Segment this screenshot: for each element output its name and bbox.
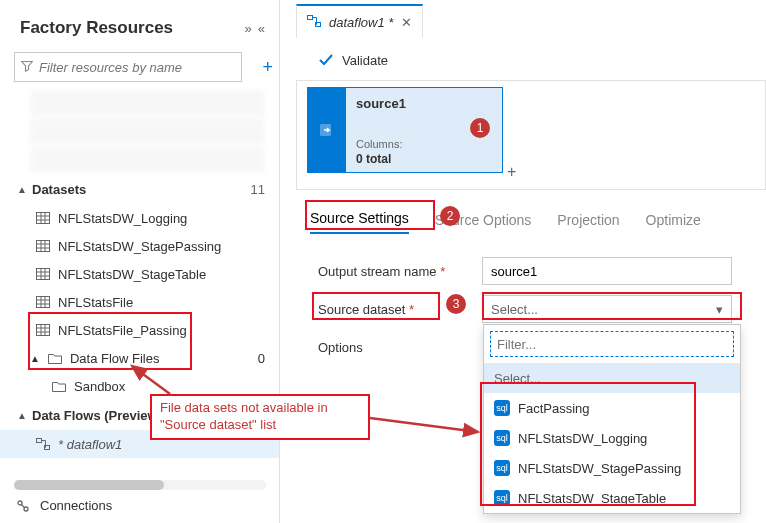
- close-icon[interactable]: ✕: [401, 15, 412, 30]
- row-output-stream: Output stream name *: [318, 252, 758, 290]
- sidebar-title: Factory Resources: [20, 18, 173, 38]
- svg-rect-25: [37, 439, 42, 443]
- blurred-item: [30, 118, 265, 144]
- svg-point-28: [24, 507, 28, 511]
- annotation-badge-2: 2: [440, 206, 460, 226]
- tab-dataflow1[interactable]: dataflow1 * ✕: [296, 4, 423, 38]
- row-source-dataset: Source dataset * Select... ▾: [318, 290, 758, 328]
- item-label: NFLStatsFile: [58, 295, 133, 310]
- group-count: 0: [258, 351, 265, 366]
- dataset-item-statsfile[interactable]: NFLStatsFile: [0, 288, 279, 316]
- group-count: 11: [251, 182, 265, 197]
- dropdown-item-label: NFLStatsDW_StagePassing: [518, 461, 681, 476]
- source-node[interactable]: source1 Columns: 0 total 1: [307, 87, 503, 173]
- dataset-item-stagepassing[interactable]: NFLStatsDW_StagePassing: [0, 232, 279, 260]
- group-label: Sandbox: [74, 379, 125, 394]
- group-label: Datasets: [32, 182, 86, 197]
- svg-point-27: [18, 501, 22, 505]
- dropdown-item-select[interactable]: Select...: [484, 363, 740, 393]
- callout-text: File data sets not available in "Source …: [160, 400, 328, 432]
- connections-icon: [16, 499, 30, 513]
- node-title: source1: [356, 96, 492, 111]
- caret-down-icon: ▲: [16, 410, 28, 421]
- table-icon: [36, 324, 50, 336]
- dropdown-item-stagetable[interactable]: sql NFLStatsDW_StageTable: [484, 483, 740, 513]
- table-icon: [36, 212, 50, 224]
- scrollbar-thumb[interactable]: [14, 480, 164, 490]
- dataflow-canvas[interactable]: source1 Columns: 0 total 1 +: [296, 80, 766, 190]
- svg-line-33: [370, 418, 478, 432]
- table-icon: [36, 296, 50, 308]
- sidebar-search[interactable]: [14, 52, 242, 82]
- add-resource-button[interactable]: +: [256, 55, 279, 80]
- checkmark-icon: [318, 52, 334, 68]
- dropdown-filter[interactable]: [490, 331, 734, 357]
- chevrons-right-icon: »: [245, 21, 252, 36]
- item-label: NFLStatsDW_StageTable: [58, 267, 206, 282]
- table-icon: [36, 268, 50, 280]
- connections-label: Connections: [40, 498, 112, 513]
- folder-icon: [48, 352, 62, 364]
- svg-rect-5: [37, 241, 50, 252]
- editor-tabs: dataflow1 * ✕: [296, 4, 423, 38]
- add-transformation-button[interactable]: +: [507, 163, 516, 181]
- chevron-down-icon: ▾: [716, 302, 723, 317]
- svg-rect-10: [37, 269, 50, 280]
- source-icon: [318, 121, 336, 139]
- node-columns-value: 0 total: [356, 152, 391, 166]
- item-label: * dataflow1: [58, 437, 122, 452]
- source-dataset-select[interactable]: Select... ▾: [482, 295, 732, 323]
- dropdown-item-label: NFLStatsDW_Logging: [518, 431, 647, 446]
- dropdown-item-factpassing[interactable]: sql FactPassing: [484, 393, 740, 423]
- validate-label: Validate: [342, 53, 388, 68]
- item-label: NFLStatsDW_StagePassing: [58, 239, 221, 254]
- validate-button[interactable]: Validate: [318, 52, 388, 68]
- annotation-badge-1: 1: [470, 118, 490, 138]
- tab-optimize[interactable]: Optimize: [646, 212, 701, 234]
- dataset-item-logging[interactable]: NFLStatsDW_Logging: [0, 204, 279, 232]
- tab-label: dataflow1 *: [329, 15, 393, 30]
- sql-icon: sql: [494, 430, 510, 446]
- dataset-item-stagetable[interactable]: NFLStatsDW_StageTable: [0, 260, 279, 288]
- blurred-item: [30, 146, 265, 172]
- svg-rect-20: [37, 325, 50, 336]
- dropdown-item-stagepassing[interactable]: sql NFLStatsDW_StagePassing: [484, 453, 740, 483]
- annotation-callout: File data sets not available in "Source …: [150, 394, 370, 440]
- dropdown-item-logging[interactable]: sql NFLStatsDW_Logging: [484, 423, 740, 453]
- svg-rect-15: [37, 297, 50, 308]
- dropdown-item-label: Select...: [494, 371, 541, 386]
- sidebar-search-input[interactable]: [39, 60, 235, 75]
- connections-button[interactable]: Connections: [16, 498, 112, 513]
- svg-rect-29: [308, 15, 313, 19]
- group-label: Data Flows (Preview): [32, 408, 162, 423]
- tab-source-settings[interactable]: Source Settings: [310, 210, 409, 234]
- dataflow-icon: [307, 15, 321, 30]
- folder-icon: [52, 380, 66, 392]
- table-icon: [36, 240, 50, 252]
- group-datasets[interactable]: ▲ Datasets 11: [0, 174, 279, 204]
- item-label: NFLStatsDW_Logging: [58, 211, 187, 226]
- output-stream-input[interactable]: [482, 257, 732, 285]
- sql-icon: sql: [494, 490, 510, 506]
- dataset-item-statsfile-passing[interactable]: NFLStatsFile_Passing: [0, 316, 279, 344]
- group-dataflowfiles[interactable]: ▲ Data Flow Files 0: [0, 344, 279, 372]
- annotation-arrow-right: [366, 410, 486, 440]
- sidebar-collapse-toggle[interactable]: » «: [245, 21, 265, 36]
- settings-tabs: Source Settings Source Options Projectio…: [310, 204, 701, 234]
- node-columns-label: Columns:: [356, 138, 402, 150]
- filter-icon: [21, 60, 33, 75]
- dropdown-filter-input[interactable]: [497, 332, 727, 356]
- dropdown-item-label: FactPassing: [518, 401, 590, 416]
- sidebar-hscrollbar[interactable]: [14, 480, 266, 490]
- options-label: Options: [318, 340, 468, 355]
- output-stream-label: Output stream name *: [318, 264, 468, 279]
- caret-down-icon: ▲: [30, 353, 40, 364]
- select-placeholder: Select...: [491, 302, 538, 317]
- tab-projection[interactable]: Projection: [557, 212, 619, 234]
- annotation-badge-3: 3: [446, 294, 466, 314]
- sql-icon: sql: [494, 460, 510, 476]
- node-body: source1 Columns: 0 total 1: [346, 88, 502, 172]
- dataflow-icon: [36, 438, 50, 450]
- group-label: Data Flow Files: [70, 351, 160, 366]
- caret-down-icon: ▲: [16, 184, 28, 195]
